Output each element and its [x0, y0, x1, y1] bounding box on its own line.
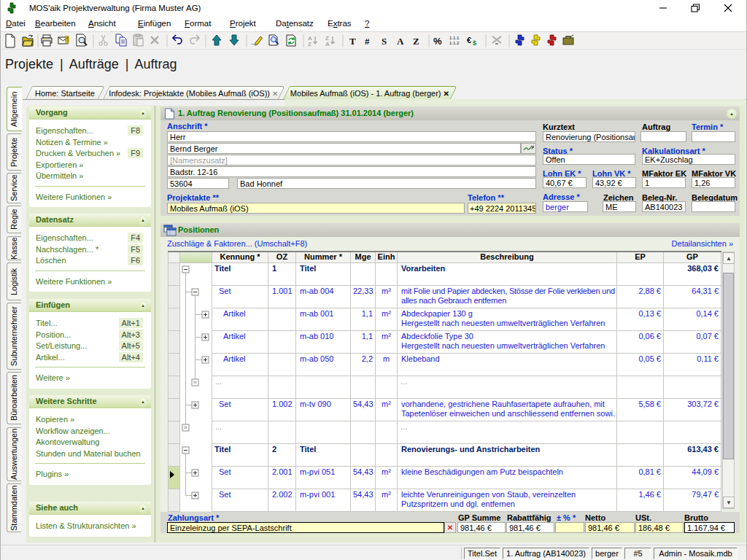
- svg-text:Z: Z: [413, 36, 419, 47]
- svg-text:..: ..: [251, 39, 255, 46]
- svg-text:»: »: [184, 424, 187, 431]
- svg-text:A: A: [325, 41, 330, 47]
- svg-text:S: S: [382, 36, 387, 47]
- svg-text:A: A: [397, 36, 404, 47]
- svg-text:T: T: [349, 36, 356, 47]
- svg-text:%: %: [433, 36, 442, 47]
- svg-text:€: €: [467, 36, 471, 44]
- svg-text:1.1.1: 1.1.1: [449, 36, 460, 40]
- svg-text:Z: Z: [308, 41, 311, 47]
- svg-text:#: #: [365, 36, 370, 47]
- svg-text:»: »: [193, 378, 197, 386]
- svg-text:1.1.2: 1.1.2: [449, 41, 460, 45]
- svg-text:$: $: [473, 39, 476, 47]
